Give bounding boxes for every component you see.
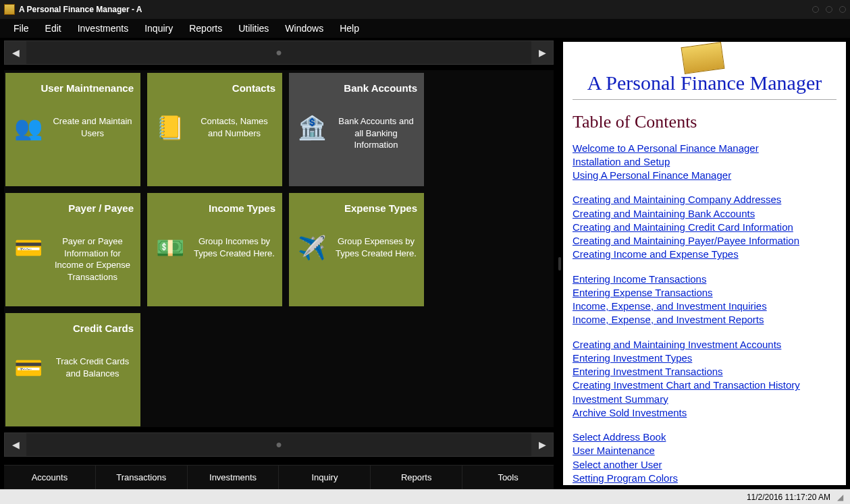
tile-contacts[interactable]: Contacts📒Contacts, Names and Numbers [147,73,282,186]
status-bar: 11/2/2016 11:17:20 AM ◢ [0,489,850,504]
tile-title: Contacts [154,82,275,94]
toc-link[interactable]: User Maintenance [573,444,836,457]
tab-accounts[interactable]: Accounts [4,466,96,489]
window-title: A Personal Finance Manager - A [19,5,142,14]
tile-title: Bank Accounts [296,82,417,94]
toc-link[interactable]: Installation and Setup [573,155,836,169]
toc-group: Creating and Maintaining Company Address… [573,193,836,261]
tile-title: Expense Types [296,202,417,214]
toc-link[interactable]: Investment Summary [573,393,836,406]
help-app-title: A Personal Finance Manager [587,72,822,95]
tile-title: User Maintnenance [12,82,134,94]
tab-reports[interactable]: Reports [371,466,462,489]
help-pane: A Personal Finance Manager Table of Cont… [562,40,847,486]
help-header: A Personal Finance Manager [573,45,836,100]
tab-investments[interactable]: Investments [188,466,280,489]
toc-link[interactable]: Entering Investment Transactions [573,365,836,379]
tab-tools[interactable]: Tools [462,466,554,489]
toc-group: Entering Income TransactionsEntering Exp… [573,273,836,327]
main-pane: ◀ ● ▶ User Maintnenance👥Create and Maint… [0,38,558,489]
menu-bar: FileEditInvestmentsInquiryReportsUtiliti… [0,19,850,38]
toc-link[interactable]: Entering Investment Types [573,352,836,365]
tile-description: Payer or Payee Information for Income or… [51,231,134,283]
toc-link[interactable]: Welcome to A Personal Finance Manager [573,142,836,155]
money-icon [681,42,724,74]
toc-link[interactable]: Select another User [573,458,836,472]
bottom-nav-strip: ◀ ● ▶ [4,432,554,457]
tab-inquiry[interactable]: Inquiry [279,466,371,489]
toc-link[interactable]: Creating and Maintaining Company Address… [573,193,836,206]
nav-track[interactable]: ● [26,47,531,59]
tile-icon: 💳 [12,231,45,264]
tile-income-types[interactable]: Income Types💵Group Incomes by Types Crea… [147,193,282,306]
menu-windows[interactable]: Windows [278,22,330,35]
nav-prev-button[interactable]: ◀ [5,41,26,64]
tile-title: Income Types [154,202,275,214]
tile-icon: 👥 [12,111,45,144]
tile-user-maintenance[interactable]: User Maintnenance👥Create and Maintain Us… [5,73,140,186]
menu-investments[interactable]: Investments [71,22,135,35]
toc-group: Welcome to A Personal Finance ManagerIns… [573,142,836,183]
toc-link[interactable]: Creating and Maintaining Bank Accounts [573,207,836,221]
toc-link[interactable]: Creating and Maintaining Investment Acco… [573,338,836,352]
toc-link[interactable]: Income, Expense, and Investment Inquirie… [573,300,836,313]
toc-link[interactable]: Entering Expense Transactions [573,286,836,300]
menu-file[interactable]: File [7,22,36,35]
toc-link[interactable]: Using A Personal Finance Manager [573,169,836,182]
tile-credit-cards[interactable]: Credit Cards💳Track Credit Cards and Bala… [5,313,140,426]
app-icon [4,4,15,15]
nav-next-button[interactable]: ▶ [531,41,553,64]
tile-area: User Maintnenance👥Create and Maintain Us… [4,70,554,427]
tile-description: Contacts, Names and Numbers [193,111,275,139]
toc-group: Creating and Maintaining Investment Acco… [573,338,836,420]
nav-next-button-bottom[interactable]: ▶ [531,433,553,456]
tile-title: Payer / Payee [12,202,134,214]
nav-track-bottom[interactable]: ● [26,439,531,451]
toc-link[interactable]: Entering Income Transactions [573,273,836,286]
tile-description: Group Expenses by Types Created Here. [335,231,417,259]
toc-group: Select Address BookUser MaintenanceSelec… [573,430,836,485]
minimize-button[interactable] [812,6,819,13]
close-button[interactable] [839,6,846,13]
toc-link[interactable]: Creating Investment Chart and Transactio… [573,379,836,392]
tile-expense-types[interactable]: Expense Types✈️Group Expenses by Types C… [289,193,424,306]
tile-icon: ✈️ [296,231,328,264]
toc-link[interactable]: Creating Income and Expense Types [573,248,836,261]
menu-edit[interactable]: Edit [38,22,68,35]
menu-help[interactable]: Help [333,22,366,35]
bottom-tab-bar: AccountsTransactionsInvestmentsInquiryRe… [4,465,554,489]
toc-link[interactable]: Creating and Maintaining Credit Card Inf… [573,221,836,234]
tile-icon: 💳 [12,352,45,384]
toc-heading: Table of Contents [573,112,836,132]
tab-transactions[interactable]: Transactions [96,466,188,489]
tile-title: Credit Cards [12,323,134,334]
toc-link[interactable]: Setting Program Colors [573,472,836,485]
tile-payer-payee[interactable]: Payer / Payee💳Payer or Payee Information… [5,193,140,306]
toc-link[interactable]: Select Address Book [573,430,836,444]
title-bar: A Personal Finance Manager - A [0,0,850,19]
top-nav-strip: ◀ ● ▶ [4,40,554,65]
tile-icon: 💵 [154,231,186,264]
toc-link[interactable]: Creating and Maintaining Payer/Payee Inf… [573,234,836,248]
menu-reports[interactable]: Reports [182,22,229,35]
menu-inquiry[interactable]: Inquiry [138,22,180,35]
tile-icon: 🏦 [296,111,328,144]
tile-description: Track Credit Cards and Balances [51,352,134,379]
tile-description: Group Incomes by Types Created Here. [193,231,275,259]
tile-bank-accounts[interactable]: Bank Accounts🏦Bank Accounts and all Bank… [289,73,424,186]
tile-description: Create and Maintain Users [51,111,134,139]
status-datetime: 11/2/2016 11:17:20 AM [747,493,830,502]
window-controls [812,6,846,13]
tile-icon: 📒 [154,111,186,144]
tile-description: Bank Accounts and all Banking Informatio… [335,111,417,151]
toc-link[interactable]: Archive Sold Investments [573,406,836,420]
maximize-button[interactable] [826,6,832,13]
help-scroll[interactable]: A Personal Finance Manager Table of Cont… [563,42,846,485]
nav-prev-button-bottom[interactable]: ◀ [5,433,26,456]
toc-link[interactable]: Income, Expense, and Investment Reports [573,313,836,327]
resize-grip-icon[interactable]: ◢ [837,493,843,502]
menu-utilities[interactable]: Utilities [232,22,275,35]
